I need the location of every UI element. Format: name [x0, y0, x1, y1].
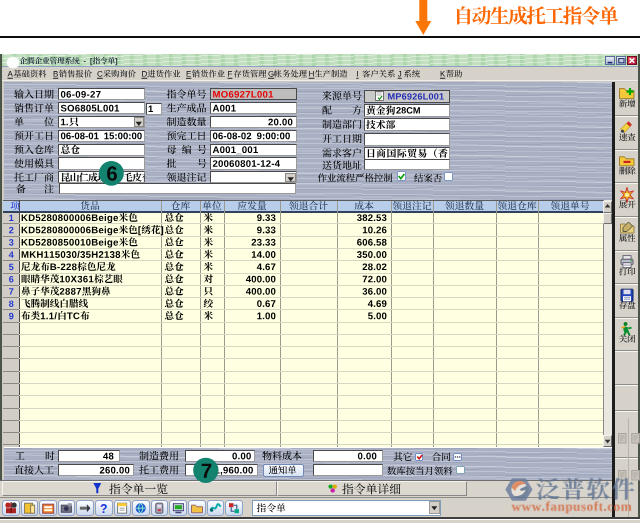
svg-text:?: ?	[100, 502, 107, 516]
